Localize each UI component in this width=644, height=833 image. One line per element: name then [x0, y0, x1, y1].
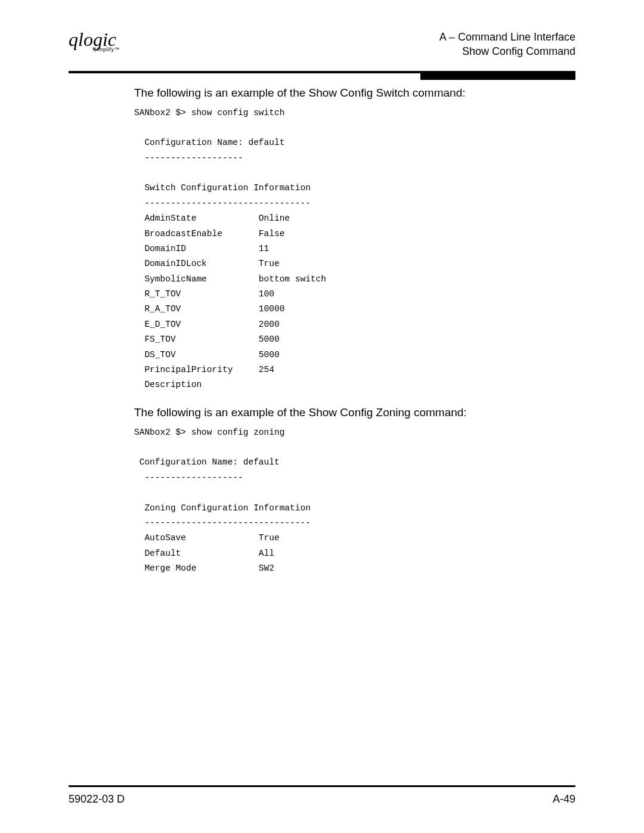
footer-rule	[69, 785, 575, 787]
switch-example-output: SANbox2 $> show config switch Configurat…	[134, 106, 575, 393]
page: qlogic Simplify™ A – Command Line Interf…	[0, 0, 644, 833]
qlogic-logo: qlogic Simplify™	[69, 30, 116, 51]
content-area: The following is an example of the Show …	[69, 86, 575, 577]
footer-row: 59022-03 D A-49	[69, 793, 575, 806]
doc-number: 59022-03 D	[69, 793, 125, 806]
section-title: Show Config Command	[439, 44, 575, 58]
logo-subtext: Simplify™	[93, 47, 120, 52]
header-titles: A – Command Line Interface Show Config C…	[439, 30, 575, 59]
page-footer: 59022-03 D A-49	[69, 785, 575, 806]
appendix-title: A – Command Line Interface	[439, 30, 575, 44]
header-rule	[69, 71, 575, 73]
zoning-example-output: SANbox2 $> show config zoning Configurat…	[134, 425, 575, 577]
zoning-example-lead: The following is an example of the Show …	[134, 406, 575, 419]
page-header: qlogic Simplify™ A – Command Line Interf…	[69, 30, 575, 67]
page-number: A-49	[553, 793, 575, 806]
switch-example-lead: The following is an example of the Show …	[134, 86, 575, 100]
